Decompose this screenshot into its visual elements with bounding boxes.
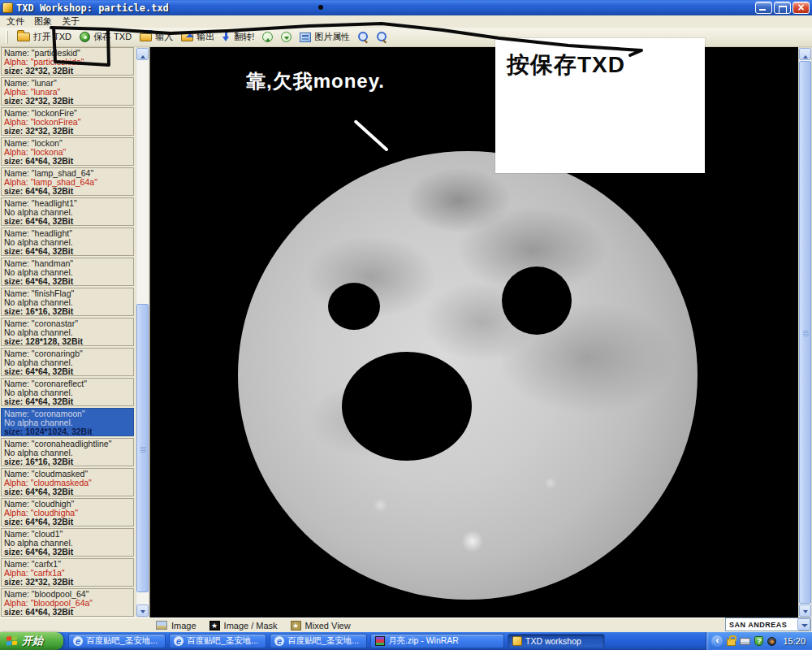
view-mode-2-button[interactable]: Mixed View (291, 621, 351, 630)
menu-item-0[interactable]: 文件 (4, 15, 32, 28)
volume-icon[interactable] (767, 637, 776, 646)
app-icon (2, 2, 13, 13)
texture-item[interactable]: Name: "coronaringb"No alpha channel.size… (1, 348, 134, 376)
taskbar: 开始 百度贴吧_圣安地...百度贴吧_圣安地...百度贴吧_圣安地...月亮.z… (0, 632, 812, 650)
toolbar-open-txd-button[interactable]: 打开 TXD (13, 29, 76, 45)
texture-size-line: size: 64*64, 32Bit (4, 157, 131, 166)
start-button[interactable]: 开始 (0, 632, 63, 650)
taskbar-task-0[interactable]: 百度贴吧_圣安地... (68, 634, 166, 648)
menu-item-1[interactable]: 图象 (32, 15, 59, 28)
texture-item[interactable]: Name: "lockonFire"Alpha: "lockonFirea"si… (1, 107, 134, 136)
menu-bar: 文件图象关于 (0, 15, 812, 28)
canvas-scrollbar[interactable] (798, 47, 812, 618)
texture-name-line: Name: "headlight" (4, 229, 131, 238)
texture-name-line: Name: "handman" (4, 259, 131, 268)
texture-item[interactable]: Name: "headlight"No alpha channel.size: … (1, 228, 134, 256)
canvas-scroll-down-arrow-icon[interactable] (799, 604, 811, 617)
texture-item[interactable]: Name: "lunar"Alpha: "lunara"size: 32*32,… (1, 77, 134, 106)
close-button[interactable] (793, 2, 810, 14)
restore-button[interactable] (774, 2, 791, 14)
scroll-up-arrow-icon[interactable] (136, 48, 149, 60)
texture-item[interactable]: Name: "coronareflect"No alpha channel.si… (1, 378, 134, 406)
shield-icon[interactable] (754, 636, 763, 646)
texture-size-line: size: 32*32, 32Bit (4, 67, 131, 76)
taskbar-task-4[interactable]: TXD workshop (508, 634, 605, 648)
dropdown-arrow-icon[interactable] (797, 618, 810, 630)
texture-name-line: Name: "bloodpool_64" (4, 590, 131, 599)
texture-item[interactable]: Name: "coronamoon"No alpha channel.size:… (1, 408, 134, 436)
texture-item[interactable]: Name: "cloud1"No alpha channel.size: 64*… (1, 528, 134, 557)
annotation-note-text: 按保存TXD (507, 50, 705, 80)
texture-name-line: Name: "cloud1" (4, 530, 131, 539)
texture-list: Name: "particleskid"Alpha: "particleskid… (1, 47, 134, 618)
down-circle-icon (281, 32, 292, 42)
zoom-in-icon (358, 32, 369, 42)
sidebar-scrollbar[interactable] (136, 47, 149, 618)
toolbar-prev-texture-button[interactable] (258, 30, 277, 44)
scroll-down-arrow-icon[interactable] (136, 604, 149, 617)
texture-alpha-line: Alpha: "carfx1a" (4, 569, 131, 578)
toolbar-flip-button[interactable]: 翻转! (218, 29, 258, 45)
texture-item[interactable]: Name: "bloodpool_64"Alpha: "bloodpool_64… (1, 588, 134, 617)
collapse-chevron-icon[interactable] (711, 635, 723, 647)
texture-item[interactable]: Name: "cloudhigh"Alpha: "cloudhigha"size… (1, 498, 134, 526)
taskbar-task-1[interactable]: 百度贴吧_圣安地... (169, 634, 266, 648)
texture-alpha-line: No alpha channel. (4, 388, 131, 397)
windows-flag-icon (6, 635, 18, 647)
toolbar-import-button[interactable]: 输入 (136, 29, 177, 45)
task-label: TXD workshop (525, 636, 581, 646)
toolbar-export-label: 输出 (197, 31, 214, 43)
taskbar-task-3[interactable]: 月亮.zip - WinRAR (370, 634, 504, 648)
toolbar-next-texture-button[interactable] (277, 30, 296, 44)
task-label: 百度贴吧_圣安地... (187, 635, 258, 647)
texture-size-line: size: 1024*1024, 32Bit (4, 427, 131, 436)
toolbar-save-txd-button[interactable]: 保存 TXD (76, 29, 136, 45)
folder-open-icon (17, 32, 30, 41)
toolbar-zoom-in-button[interactable] (354, 30, 373, 44)
toolbar-zoom-out-button[interactable] (373, 30, 391, 44)
texture-alpha-line: No alpha channel. (4, 328, 131, 337)
texture-item[interactable]: Name: "lockon"Alpha: "lockona"size: 64*6… (1, 137, 134, 166)
scrollbar-thumb[interactable] (136, 304, 149, 592)
texture-item[interactable]: Name: "coronaheadlightline"No alpha chan… (1, 438, 134, 466)
texture-item[interactable]: Name: "coronastar"No alpha channel.size:… (1, 318, 134, 346)
toolbar-image-props-button[interactable]: 图片属性 (296, 29, 354, 45)
keyboard-icon[interactable] (740, 638, 750, 645)
toolbar-export-button[interactable]: 输出 (177, 29, 218, 45)
flip-arrow-icon (222, 32, 231, 42)
taskbar-task-2[interactable]: 百度贴吧_圣安地... (270, 634, 367, 648)
lock-icon[interactable] (727, 639, 736, 646)
task-label: 百度贴吧_圣安地... (86, 635, 158, 647)
view-mode-0-button[interactable]: Image (156, 621, 197, 630)
zoom-out-icon (377, 32, 387, 42)
game-version-select[interactable]: SAN ANDREAS (725, 618, 811, 631)
task-label: 月亮.zip - WinRAR (388, 635, 459, 647)
texture-size-line: size: 128*128, 32Bit (4, 337, 131, 346)
export-icon (181, 33, 193, 41)
image-icon (156, 621, 167, 630)
texture-name-line: Name: "carfx1" (4, 560, 131, 569)
texture-item[interactable]: Name: "particleskid"Alpha: "particleskid… (1, 47, 134, 76)
menu-item-2[interactable]: 关于 (59, 15, 87, 28)
texture-name-line: Name: "lamp_shad_64" (4, 169, 131, 178)
texture-item[interactable]: Name: "headlight1"No alpha channel.size:… (1, 197, 134, 226)
texture-size-line: size: 16*16, 32Bit (4, 457, 131, 466)
texture-alpha-line: No alpha channel. (4, 298, 131, 307)
texture-item[interactable]: Name: "handman"No alpha channel.size: 64… (1, 258, 134, 286)
texture-name-line: Name: "coronaringb" (4, 349, 131, 358)
image-props-icon (300, 32, 311, 42)
texture-size-line: size: 64*64, 32Bit (4, 488, 131, 496)
texture-item[interactable]: Name: "carfx1"Alpha: "carfx1a"size: 32*3… (1, 558, 134, 587)
toolbar-save-txd-label: 保存 TXD (93, 31, 132, 43)
view-mode-1-button[interactable]: Image / Mask (209, 621, 278, 630)
title-bar[interactable]: TXD Workshop: particle.txd (0, 0, 812, 15)
texture-alpha-line: Alpha: "lunara" (4, 88, 131, 97)
canvas-scroll-up-arrow-icon[interactable] (799, 48, 811, 60)
texture-item[interactable]: Name: "finishFlag"No alpha channel.size:… (1, 288, 134, 316)
texture-item[interactable]: Name: "lamp_shad_64"Alpha: "lamp_shad_64… (1, 167, 134, 196)
canvas-scrollbar-thumb[interactable] (799, 61, 811, 604)
texture-item[interactable]: Name: "cloudmasked"Alpha: "cloudmaskeda"… (1, 468, 134, 496)
minimize-button[interactable] (755, 2, 772, 14)
moon-caption-text: 靠,欠我money. (246, 68, 385, 94)
texture-name-line: Name: "cloudhigh" (4, 500, 131, 509)
